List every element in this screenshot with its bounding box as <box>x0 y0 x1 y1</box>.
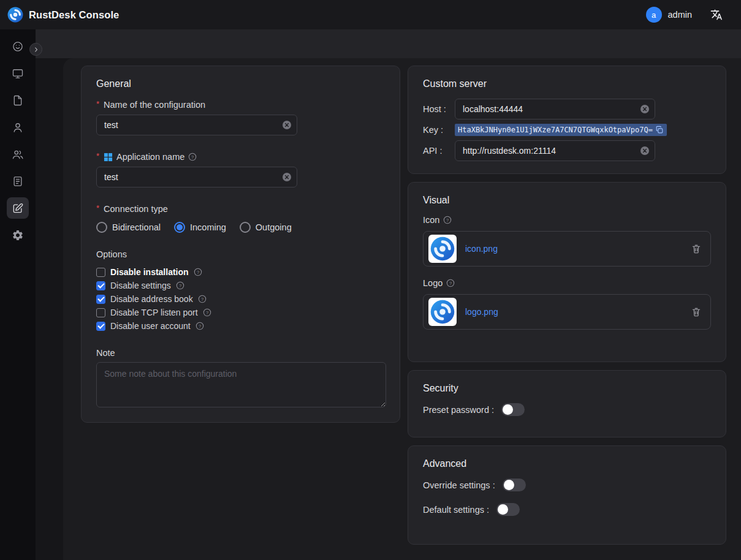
copy-icon[interactable] <box>655 126 664 134</box>
smiley-icon[interactable] <box>7 36 29 57</box>
override-settings-toggle[interactable] <box>503 479 526 491</box>
logo-preview <box>428 298 457 326</box>
clear-icon[interactable] <box>640 104 650 114</box>
checkbox-box <box>96 268 105 277</box>
checkbox-disable-settings[interactable]: Disable settings ? <box>96 279 385 292</box>
radio-bidirectional[interactable]: Bidirectional <box>96 222 161 233</box>
content-topbar <box>36 29 741 58</box>
clear-icon[interactable] <box>282 120 292 130</box>
radio-button <box>240 222 251 233</box>
custom-server-card: Custom server Host : Key : HtaXBkJNHyn0e… <box>408 66 726 174</box>
users-icon[interactable] <box>7 143 29 165</box>
user-avatar[interactable]: a <box>646 7 662 23</box>
checkbox-box <box>96 281 105 290</box>
application-name-field <box>96 167 297 187</box>
application-name-label: Application name ? <box>96 152 385 162</box>
checkbox-disable-tcp-listen-port[interactable]: Disable TCP listen port ? <box>96 306 385 319</box>
default-settings-row: Default settings : <box>423 503 711 516</box>
svg-text:?: ? <box>446 218 449 223</box>
icon-file-row: icon.png <box>423 231 711 267</box>
main-content: General Name of the configuration Applic… <box>36 29 741 560</box>
app-header: RustDesk Console a admin <box>0 0 741 29</box>
icon-preview <box>428 235 457 263</box>
checkbox-box <box>96 322 105 331</box>
required-marker <box>96 152 100 162</box>
sidebar-expand-button[interactable] <box>29 43 42 56</box>
api-input[interactable] <box>455 140 655 161</box>
logo-file-link[interactable]: logo.png <box>465 307 498 317</box>
checkbox-disable-address-book[interactable]: Disable address book ? <box>96 292 385 306</box>
clear-icon[interactable] <box>640 146 650 156</box>
help-icon[interactable]: ? <box>443 216 452 224</box>
svg-text:?: ? <box>197 270 199 275</box>
api-label: API : <box>423 146 455 156</box>
checkbox-disable-user-account[interactable]: Disable user account ? <box>96 319 385 333</box>
key-value-field[interactable]: HtaXBkJNHyn0e1U1jWXze7A7CN7QTGWqxkOtpaVp… <box>455 124 667 136</box>
delete-icon[interactable] <box>691 243 702 254</box>
delete-icon[interactable] <box>691 306 702 317</box>
visual-card: Visual Icon ? <box>408 182 726 362</box>
advanced-card: Advanced Override settings : Default set… <box>408 445 726 545</box>
svg-text:?: ? <box>179 283 181 289</box>
connection-type-group: Bidirectional Incoming Outgoing <box>96 222 385 233</box>
svg-text:?: ? <box>449 281 452 286</box>
icon-label: Icon ? <box>423 215 711 225</box>
radio-incoming[interactable]: Incoming <box>174 222 226 233</box>
radio-button <box>96 222 107 233</box>
host-field <box>455 99 655 119</box>
custom-server-title: Custom server <box>423 78 711 89</box>
preset-password-toggle[interactable] <box>501 403 525 416</box>
radio-button <box>174 222 185 233</box>
general-title: General <box>96 78 385 89</box>
rustdesk-logo-icon <box>7 7 23 23</box>
logo-label: Logo ? <box>423 278 711 288</box>
host-input[interactable] <box>455 99 655 119</box>
help-icon[interactable]: ? <box>188 153 197 161</box>
user-icon[interactable] <box>7 116 29 138</box>
checkbox-disable-installation[interactable]: Disable installation ? <box>96 265 385 279</box>
config-name-input[interactable] <box>96 115 297 135</box>
toggle-knob <box>498 504 508 515</box>
required-marker <box>96 100 100 110</box>
default-settings-toggle[interactable] <box>496 503 520 516</box>
svg-text:?: ? <box>206 310 208 316</box>
note-textarea[interactable] <box>96 362 386 407</box>
edit-icon[interactable] <box>7 197 29 219</box>
user-name[interactable]: admin <box>668 10 693 20</box>
key-value[interactable]: HtaXBkJNHyn0e1U1jWXze7A7CN7QTGWqxkOtpaVp… <box>458 126 653 134</box>
monitor-icon[interactable] <box>7 62 29 84</box>
default-settings-label: Default settings : <box>423 505 489 515</box>
help-icon[interactable]: ? <box>194 268 202 276</box>
advanced-title: Advanced <box>423 458 711 469</box>
right-column: Custom server Host : Key : HtaXBkJNHyn0e… <box>408 66 726 545</box>
gear-icon[interactable] <box>7 224 29 246</box>
application-name-input[interactable] <box>96 167 297 187</box>
toggle-knob <box>503 404 513 415</box>
translate-icon[interactable] <box>710 9 723 21</box>
key-label: Key : <box>423 125 455 135</box>
help-icon[interactable]: ? <box>176 281 184 290</box>
checkbox-box <box>96 308 105 317</box>
document-icon[interactable] <box>7 89 29 111</box>
host-label: Host : <box>423 104 455 114</box>
help-icon[interactable]: ? <box>446 279 455 287</box>
config-name-field <box>96 115 297 135</box>
preset-password-label: Preset password : <box>423 405 494 415</box>
security-title: Security <box>423 383 711 394</box>
help-icon[interactable]: ? <box>196 322 204 330</box>
note-label: Note <box>96 348 385 358</box>
svg-text:?: ? <box>191 154 194 160</box>
connection-type-label: Connection type <box>96 204 385 214</box>
windows-icon <box>104 153 113 162</box>
options-label: Options <box>96 249 385 259</box>
help-icon[interactable]: ? <box>198 295 207 303</box>
options-group: Disable installation ? Disable settings … <box>96 265 385 333</box>
preset-password-row: Preset password : <box>423 403 711 416</box>
toggle-knob <box>504 480 514 490</box>
icon-file-link[interactable]: icon.png <box>465 244 498 254</box>
clear-icon[interactable] <box>282 172 292 182</box>
help-icon[interactable]: ? <box>203 308 211 317</box>
clipboard-icon[interactable] <box>7 170 29 192</box>
override-settings-row: Override settings : <box>423 479 711 491</box>
radio-outgoing[interactable]: Outgoing <box>240 222 292 233</box>
